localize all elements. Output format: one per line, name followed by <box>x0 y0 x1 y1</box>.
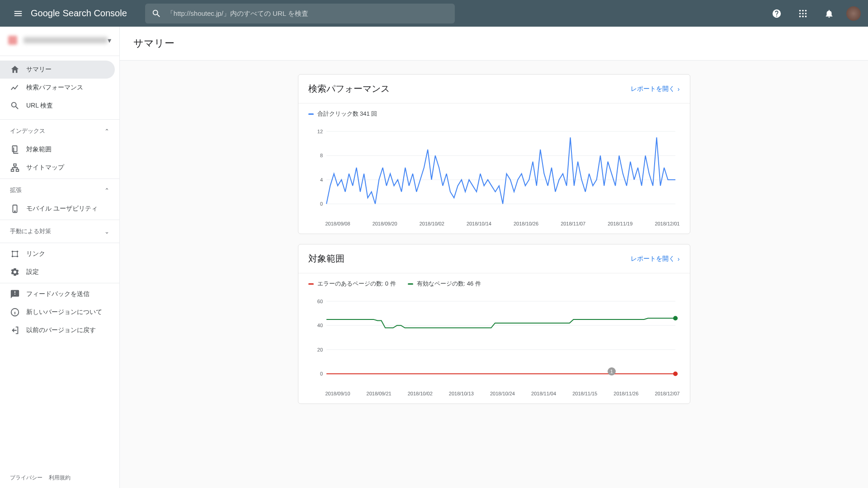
nav-label: 設定 <box>26 268 39 276</box>
terms-link[interactable]: 利用規約 <box>49 474 71 482</box>
gear-icon <box>10 267 20 277</box>
apps-icon <box>798 9 808 19</box>
nav-old-version[interactable]: 以前のバージョンに戻す <box>0 321 119 339</box>
legend-label: 合計クリック数 341 回 <box>317 110 377 118</box>
open-report-link[interactable]: レポートを開く › <box>631 255 680 263</box>
nav-label: フィードバックを送信 <box>26 290 90 298</box>
account-avatar[interactable] <box>846 6 861 21</box>
sidebar-footer: プライバシー 利用規約 <box>0 468 119 488</box>
header-actions <box>768 5 861 23</box>
nav-mobile-usability[interactable]: モバイル ユーザビリティ <box>0 200 119 218</box>
svg-text:4: 4 <box>320 177 322 183</box>
home-icon <box>10 65 20 75</box>
menu-button[interactable] <box>7 3 29 24</box>
nav-label: モバイル ユーザビリティ <box>26 205 98 213</box>
svg-point-5 <box>805 13 807 14</box>
section-manual[interactable]: 手動による対策 ⌄ <box>0 222 119 241</box>
event-marker[interactable]: 1 <box>608 367 616 375</box>
nav-label: URL 検査 <box>26 102 53 110</box>
svg-rect-11 <box>11 169 14 172</box>
nav-links[interactable]: リンク <box>0 245 119 263</box>
svg-point-37 <box>673 316 677 320</box>
exit-icon <box>10 325 20 335</box>
card-title: 対象範囲 <box>308 253 344 265</box>
logo-product: Search Console <box>63 8 127 19</box>
logo: Google Search Console <box>31 8 127 19</box>
pages-icon <box>10 145 20 155</box>
svg-point-2 <box>805 9 807 11</box>
search-box[interactable] <box>145 4 455 23</box>
search-icon <box>151 9 161 19</box>
logo-google: Google <box>31 8 60 19</box>
chevron-right-icon: › <box>678 85 680 93</box>
legend-label: 有効なページの数: 46 件 <box>417 280 481 288</box>
property-picker[interactable]: ▾ <box>0 27 119 54</box>
nav-about-new[interactable]: 新しいバージョンについて <box>0 303 119 321</box>
nav-settings[interactable]: 設定 <box>0 263 119 281</box>
svg-point-7 <box>802 15 804 17</box>
svg-point-8 <box>805 15 807 17</box>
legend-color-icon <box>308 283 314 285</box>
cov-xaxis: 2018/09/102018/09/212018/10/022018/10/13… <box>298 389 690 404</box>
search-input[interactable] <box>167 9 448 17</box>
sidebar: ▾ サマリー 検索パフォーマンス URL 検査 インデックス ⌃ 対象範囲 <box>0 27 120 488</box>
property-favicon <box>8 36 17 45</box>
nav-sitemaps[interactable]: サイトマップ <box>0 159 119 177</box>
open-report-label: レポートを開く <box>631 255 675 263</box>
feedback-icon <box>10 289 20 299</box>
legend-color-icon <box>308 113 314 115</box>
svg-text:12: 12 <box>317 129 322 134</box>
nav-label: 新しいバージョンについて <box>26 308 102 316</box>
page-title: サマリー <box>120 27 868 61</box>
section-label: 手動による対策 <box>10 227 51 235</box>
main-content: サマリー 検索パフォーマンス レポートを開く › 合計クリック数 341 回 <box>120 27 868 488</box>
open-report-label: レポートを開く <box>631 85 675 93</box>
svg-point-4 <box>802 13 804 14</box>
svg-rect-9 <box>13 146 17 152</box>
nav-feedback[interactable]: フィードバックを送信 <box>0 285 119 303</box>
svg-rect-12 <box>16 169 19 172</box>
section-index[interactable]: インデックス ⌃ <box>0 122 119 141</box>
svg-point-14 <box>14 211 15 212</box>
svg-point-6 <box>799 15 801 17</box>
legend-total-clicks: 合計クリック数 341 回 <box>308 110 377 118</box>
section-label: インデックス <box>10 127 45 135</box>
sitemap-icon <box>10 163 20 173</box>
mobile-icon <box>10 204 20 214</box>
apps-button[interactable] <box>794 5 812 23</box>
legend-color-icon <box>408 283 413 285</box>
nav-label: リンク <box>26 250 45 258</box>
section-enhancements[interactable]: 拡張 ⌃ <box>0 181 119 200</box>
nav-summary[interactable]: サマリー <box>0 61 115 79</box>
nav-label: 以前のバージョンに戻す <box>26 326 96 334</box>
section-label: 拡張 <box>10 186 22 194</box>
svg-text:60: 60 <box>317 299 322 304</box>
nav-label: 対象範囲 <box>26 145 52 154</box>
svg-text:0: 0 <box>320 201 322 206</box>
svg-point-1 <box>802 9 804 11</box>
notifications-button[interactable] <box>820 5 838 23</box>
open-report-link[interactable]: レポートを開く › <box>631 85 680 93</box>
nav-label: 検索パフォーマンス <box>26 84 83 92</box>
chevron-up-icon: ⌃ <box>104 187 109 194</box>
nav-url-inspect[interactable]: URL 検査 <box>0 97 119 115</box>
app-header: Google Search Console <box>0 0 868 27</box>
legend-valid-pages: 有効なページの数: 46 件 <box>408 280 481 288</box>
svg-rect-10 <box>14 164 16 166</box>
chevron-down-icon: ⌄ <box>104 228 109 235</box>
legend-error-pages: エラーのあるページの数: 0 件 <box>308 280 396 288</box>
nav-label: サイトマップ <box>26 164 64 172</box>
nav-coverage[interactable]: 対象範囲 <box>0 141 119 159</box>
caret-down-icon: ▾ <box>108 36 111 45</box>
card-title: 検索パフォーマンス <box>308 83 390 95</box>
svg-text:20: 20 <box>317 347 322 352</box>
legend-label: エラーのあるページの数: 0 件 <box>317 280 396 288</box>
chevron-right-icon: › <box>678 255 680 263</box>
privacy-link[interactable]: プライバシー <box>10 474 42 482</box>
links-icon <box>10 249 20 259</box>
help-button[interactable] <box>768 5 786 23</box>
nav-performance[interactable]: 検索パフォーマンス <box>0 79 119 97</box>
svg-text:0: 0 <box>320 371 322 376</box>
performance-chart: 04812 <box>308 122 680 213</box>
perf-xaxis: 2018/09/082018/09/202018/10/022018/10/14… <box>298 219 690 234</box>
